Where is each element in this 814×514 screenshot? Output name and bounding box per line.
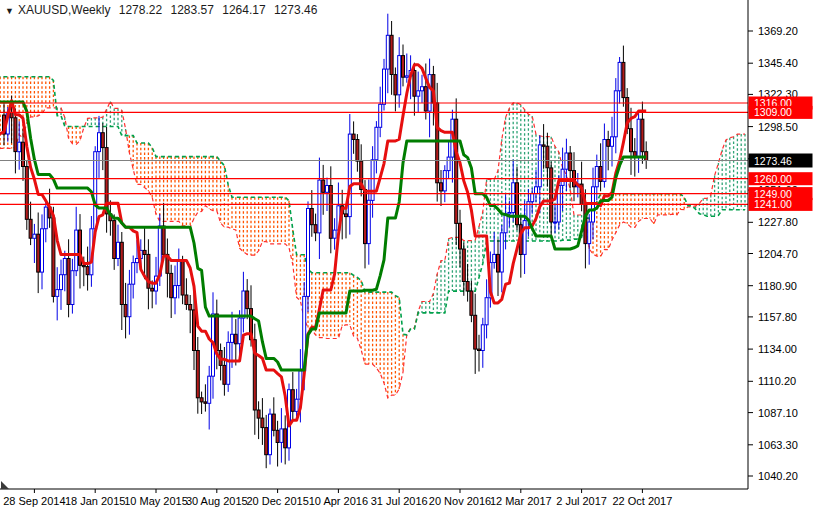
candle-body bbox=[136, 259, 139, 263]
candle-body bbox=[208, 376, 211, 403]
y-axis-label: 1345.40 bbox=[758, 57, 798, 69]
candle-body bbox=[413, 71, 416, 97]
candle-body bbox=[189, 305, 192, 310]
candle-body bbox=[459, 223, 462, 249]
symbol-timeframe-label: XAUUSD,Weekly bbox=[18, 3, 110, 17]
candle-body bbox=[272, 414, 275, 430]
candle-body bbox=[143, 250, 146, 254]
tenkan-sen-line bbox=[0, 65, 646, 426]
candle-body bbox=[291, 390, 294, 412]
symbol-header: ▼XAUUSD,Weekly 1278.22 1283.57 1264.17 1… bbox=[5, 3, 322, 17]
x-axis-label: 31 Jul 2016 bbox=[371, 495, 428, 507]
ohlc-close-value: 1273.46 bbox=[274, 3, 317, 17]
candle-body bbox=[607, 140, 610, 147]
candle-body bbox=[257, 410, 260, 418]
candle-body bbox=[550, 168, 553, 222]
candle-body bbox=[375, 127, 378, 160]
ohlc-high-value: 1283.57 bbox=[170, 3, 213, 17]
candle-body bbox=[204, 402, 207, 403]
candle-body bbox=[322, 180, 325, 192]
y-axis-label: 1110.20 bbox=[758, 375, 796, 387]
y-axis-label: 1227.80 bbox=[758, 216, 798, 228]
candle-body bbox=[417, 91, 420, 96]
candle-body bbox=[101, 133, 104, 148]
x-axis-label: 12 Mar 2017 bbox=[490, 495, 552, 507]
candle-body bbox=[280, 429, 283, 443]
y-axis-label: 1040.20 bbox=[758, 470, 798, 482]
candle-body bbox=[379, 104, 382, 127]
candle-body bbox=[261, 418, 264, 428]
candle-body bbox=[326, 186, 329, 193]
candle-body bbox=[516, 183, 519, 225]
candle-body bbox=[345, 214, 348, 217]
x-axis[interactable]: 28 Sep 201418 Jan 201510 May 201530 Aug … bbox=[0, 481, 748, 507]
candle-body bbox=[565, 153, 568, 169]
candle-body bbox=[37, 234, 40, 272]
candle-body bbox=[10, 112, 13, 117]
candle-body bbox=[398, 56, 401, 95]
candle-body bbox=[622, 62, 625, 97]
x-axis-label: 28 Sep 2014 bbox=[3, 495, 65, 507]
candle-body bbox=[227, 342, 230, 384]
candle-body bbox=[470, 291, 473, 315]
candle-body bbox=[14, 118, 17, 152]
price-line-tag-value: 1260.00 bbox=[754, 173, 792, 185]
candle-body bbox=[535, 187, 538, 194]
y-axis-label: 1204.70 bbox=[758, 248, 798, 260]
candle-body bbox=[542, 145, 545, 146]
x-axis-label: 22 Oct 2017 bbox=[612, 495, 672, 507]
candle-body bbox=[402, 56, 405, 78]
candle-body bbox=[485, 298, 488, 325]
y-axis-label: 1157.80 bbox=[758, 311, 797, 323]
candle-body bbox=[424, 87, 427, 111]
candle-body bbox=[466, 282, 469, 292]
x-axis-label: 30 Aug 2015 bbox=[186, 495, 248, 507]
x-axis-label: 20 Dec 2015 bbox=[246, 495, 308, 507]
price-chart[interactable]: 1369.201345.401322.301298.501274.701251.… bbox=[0, 0, 814, 514]
candle-body bbox=[82, 265, 85, 266]
candle-body bbox=[246, 291, 249, 309]
plot-area[interactable] bbox=[0, 14, 748, 469]
candle-body bbox=[474, 315, 477, 349]
candle-body bbox=[352, 134, 355, 139]
candle-body bbox=[98, 133, 101, 152]
candle-body bbox=[132, 263, 135, 285]
y-axis[interactable]: 1369.201345.401322.301298.501274.701251.… bbox=[748, 0, 813, 489]
candle-body bbox=[18, 142, 21, 152]
candle-body bbox=[618, 62, 621, 90]
candle-body bbox=[181, 261, 184, 295]
candle-body bbox=[124, 305, 127, 317]
candle-body bbox=[71, 271, 74, 305]
candle-body bbox=[611, 137, 614, 147]
candle-body bbox=[22, 142, 25, 166]
candle-body bbox=[462, 249, 465, 282]
candle-body bbox=[443, 171, 446, 191]
candle-body bbox=[512, 183, 515, 213]
candle-body bbox=[86, 267, 89, 275]
candle-body bbox=[614, 91, 617, 137]
candle-body bbox=[33, 234, 36, 238]
candle-body bbox=[637, 119, 640, 157]
candle-body bbox=[546, 146, 549, 168]
candle-body bbox=[405, 76, 408, 77]
candle-body bbox=[455, 119, 458, 223]
candle-body bbox=[440, 183, 443, 191]
candle-body bbox=[63, 259, 66, 275]
symbol-dropdown-icon[interactable]: ▼ bbox=[5, 6, 14, 16]
candle-body bbox=[60, 275, 63, 290]
candle-body bbox=[390, 35, 393, 74]
candle-body bbox=[314, 225, 317, 233]
candle-body bbox=[508, 213, 511, 214]
candle-body bbox=[117, 242, 120, 258]
y-axis-label: 1134.00 bbox=[758, 343, 797, 355]
candle-body bbox=[497, 254, 500, 272]
candle-body bbox=[177, 261, 180, 285]
candle-body bbox=[113, 221, 116, 259]
ohlc-low-value: 1264.17 bbox=[222, 3, 265, 17]
candle-body bbox=[428, 75, 431, 112]
candle-body bbox=[493, 254, 496, 262]
candle-body bbox=[215, 314, 218, 351]
price-line-tag-value: 1241.00 bbox=[754, 198, 792, 210]
candle-body bbox=[356, 140, 359, 162]
candle-body bbox=[196, 351, 199, 398]
